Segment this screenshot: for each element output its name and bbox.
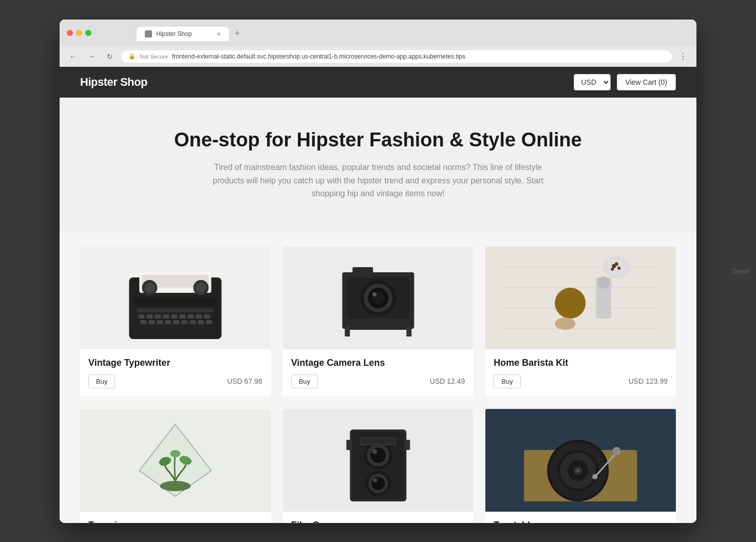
- hero-section: One-stop for Hipster Fashion & Style Onl…: [60, 98, 696, 231]
- buy-button-vintage-typewriter[interactable]: Buy: [88, 375, 115, 388]
- svg-rect-16: [157, 320, 163, 324]
- back-button[interactable]: ←: [66, 49, 80, 64]
- new-tab-button[interactable]: +: [230, 27, 244, 41]
- buy-button-home-barista-kit[interactable]: Buy: [494, 375, 520, 388]
- header-actions: USD EUR GBP View Cart (0): [574, 74, 676, 90]
- product-name-vintage-camera-2: Film Camera: [291, 520, 465, 523]
- product-footer-vintage-typewriter: Buy USD 67.98: [88, 375, 262, 388]
- svg-rect-22: [206, 320, 212, 324]
- svg-rect-6: [146, 314, 153, 319]
- url-display: frontend-external-static.default.svc.hip…: [172, 53, 465, 60]
- title-bar: Hipster Shop × + Guest: [60, 20, 696, 46]
- product-footer-home-barista-kit: Buy USD 123.99: [494, 375, 668, 388]
- product-card-vintage-camera-lens[interactable]: Vintage Camera Lens Buy USD 12.49: [283, 247, 474, 397]
- close-window-button[interactable]: [67, 30, 73, 36]
- security-icon: 🔒: [128, 53, 136, 60]
- svg-rect-45: [555, 288, 586, 319]
- active-tab[interactable]: Hipster Shop ×: [137, 27, 229, 41]
- product-image-vintage-camera-lens: [283, 247, 474, 349]
- svg-point-54: [160, 481, 191, 491]
- product-info-vintage-camera-2: Film Camera Buy USD 89.99: [283, 512, 474, 523]
- svg-rect-9: [171, 314, 177, 319]
- product-image-vintage-camera-2: [283, 409, 474, 512]
- hero-title: One-stop for Hipster Fashion & Style Onl…: [80, 128, 676, 152]
- svg-point-63: [372, 449, 377, 454]
- address-bar[interactable]: 🔒 Not Secure frontend-external-static.de…: [121, 50, 672, 63]
- svg-rect-10: [179, 314, 185, 319]
- svg-rect-13: [204, 314, 210, 319]
- minimize-window-button[interactable]: [76, 30, 82, 36]
- svg-rect-3: [134, 298, 216, 306]
- svg-rect-17: [165, 320, 171, 324]
- svg-rect-29: [352, 267, 373, 277]
- product-name-home-barista-kit: Home Barista Kit: [494, 358, 668, 368]
- svg-rect-70: [346, 440, 351, 450]
- svg-rect-20: [190, 320, 196, 324]
- svg-point-44: [598, 276, 610, 289]
- forward-button[interactable]: →: [84, 49, 99, 64]
- svg-point-57: [170, 450, 180, 457]
- svg-point-50: [615, 262, 618, 266]
- svg-point-67: [373, 478, 377, 482]
- svg-rect-71: [405, 440, 410, 450]
- svg-rect-11: [187, 314, 194, 319]
- product-name-vintage-camera-lens: Vintage Camera Lens: [291, 358, 465, 368]
- product-info-terrarium: Terrarium Buy USD 35.00: [80, 512, 271, 523]
- svg-point-66: [371, 477, 385, 490]
- product-card-terrarium[interactable]: Terrarium Buy USD 35.00: [80, 409, 271, 523]
- product-name-terrarium: Terrarium: [88, 520, 262, 523]
- product-name-turntable: Turntable: [494, 520, 668, 523]
- product-card-home-barista-kit[interactable]: Home Barista Kit Buy USD 123.99: [485, 247, 676, 397]
- svg-rect-4: [137, 308, 214, 312]
- svg-rect-7: [155, 314, 161, 319]
- view-cart-button[interactable]: View Cart (0): [617, 74, 676, 90]
- product-price-home-barista-kit: USD 123.99: [629, 377, 668, 385]
- svg-rect-14: [140, 320, 146, 324]
- product-image-vintage-typewriter: [80, 247, 271, 349]
- svg-rect-15: [148, 320, 155, 324]
- product-image-home-barista-kit: [485, 247, 676, 349]
- svg-rect-21: [198, 320, 204, 324]
- product-card-vintage-camera-2[interactable]: Film Camera Buy USD 89.99: [283, 409, 474, 523]
- svg-rect-12: [196, 314, 202, 319]
- maximize-window-button[interactable]: [85, 30, 91, 36]
- browser-chrome: Hipster Shop × + Guest ← → ↻ 🔒 Not Secur…: [60, 20, 696, 67]
- products-section: Vintage Typewriter Buy USD 67.98 Vintage…: [60, 231, 696, 523]
- svg-rect-37: [406, 326, 411, 337]
- browser-window: Hipster Shop × + Guest ← → ↻ 🔒 Not Secur…: [60, 20, 696, 523]
- svg-rect-35: [347, 324, 409, 330]
- tab-close-button[interactable]: ×: [217, 30, 221, 38]
- product-info-home-barista-kit: Home Barista Kit Buy USD 123.99: [485, 349, 676, 397]
- product-image-turntable: [485, 409, 676, 512]
- svg-rect-5: [138, 314, 144, 319]
- product-info-vintage-typewriter: Vintage Typewriter Buy USD 67.98: [80, 349, 271, 397]
- svg-point-47: [604, 257, 630, 277]
- product-price-vintage-typewriter: USD 67.98: [227, 377, 262, 385]
- hero-subtitle: Tired of mainstream fashion ideas, popul…: [198, 161, 558, 200]
- svg-rect-18: [173, 320, 179, 324]
- svg-point-26: [196, 283, 206, 293]
- tab-favicon: [145, 30, 152, 38]
- currency-selector[interactable]: USD EUR GBP: [574, 74, 611, 90]
- reload-button[interactable]: ↻: [103, 49, 117, 64]
- product-card-turntable[interactable]: Turntable Buy USD 199.99: [485, 409, 676, 523]
- svg-point-51: [611, 268, 614, 271]
- address-bar-row: ← → ↻ 🔒 Not Secure frontend-external-sta…: [60, 46, 696, 67]
- svg-point-82: [613, 447, 621, 455]
- site-header: Hipster Shop USD EUR GBP View Cart (0): [60, 67, 696, 98]
- product-footer-vintage-camera-lens: Buy USD 12.49: [291, 375, 465, 388]
- more-options-button[interactable]: ⋮: [676, 49, 690, 64]
- svg-rect-19: [181, 320, 187, 324]
- svg-point-24: [144, 283, 155, 293]
- product-name-vintage-typewriter: Vintage Typewriter: [88, 358, 262, 368]
- page-content: Hipster Shop USD EUR GBP View Cart (0) O…: [60, 67, 696, 523]
- svg-rect-36: [345, 326, 350, 337]
- product-info-vintage-camera-lens: Vintage Camera Lens Buy USD 12.49: [283, 349, 474, 397]
- buy-button-vintage-camera-lens[interactable]: Buy: [291, 375, 318, 388]
- svg-point-34: [372, 292, 376, 296]
- product-card-vintage-typewriter[interactable]: Vintage Typewriter Buy USD 67.98: [80, 247, 271, 397]
- site-logo[interactable]: Hipster Shop: [80, 76, 147, 89]
- svg-point-83: [593, 474, 598, 479]
- security-label: Not Secure: [140, 53, 168, 60]
- tab-bar: Hipster Shop × +: [96, 27, 286, 41]
